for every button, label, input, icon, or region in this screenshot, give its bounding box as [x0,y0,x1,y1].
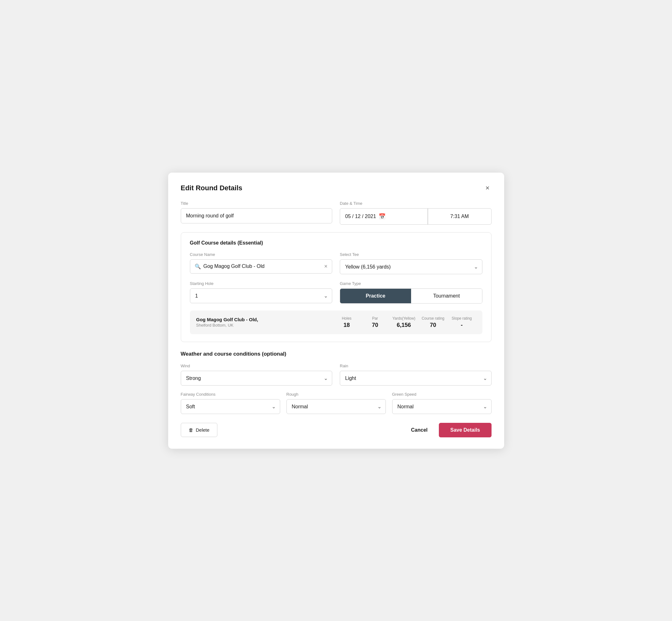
course-name-input-wrap[interactable]: 🔍 × [190,259,333,274]
fairway-rough-green-row: Fairway Conditions Soft Normal Hard Wet … [181,392,492,414]
title-label: Title [181,201,333,206]
date-part[interactable]: 05 / 12 / 2021 📅 [340,209,427,224]
course-info-name: Gog Magog Golf Club - Old, [196,317,333,322]
title-group: Title [181,201,333,225]
time-part[interactable]: 7:31 AM [428,209,491,224]
course-rating-value: 70 [430,322,436,329]
green-speed-group: Green Speed Normal Fast Slow ⌄ [392,392,492,414]
delete-label: Delete [196,427,209,432]
golf-course-section: Golf Course details (Essential) Course N… [181,232,492,342]
modal-title: Edit Round Details [181,184,243,192]
footer-right-buttons: Cancel Save Details [404,423,492,437]
slope-rating-label: Slope rating [452,316,472,321]
title-input[interactable] [181,208,333,223]
rough-select-wrap: Normal Long Short ⌄ [287,399,386,414]
wind-group: Wind Strong Calm Light Moderate ⌄ [181,364,333,385]
select-tee-wrap: Yellow (6,156 yards) White Red ⌄ [340,259,482,274]
wind-dropdown[interactable]: Strong Calm Light Moderate [181,371,333,385]
rain-label: Rain [340,364,492,368]
course-stat-par: Par 70 [361,316,389,329]
hole-gametype-row: Starting Hole 1 10 ⌄ Game Type Practice … [190,281,482,303]
conditions-section: Weather and course conditions (optional)… [181,351,492,414]
rough-group: Rough Normal Long Short ⌄ [287,392,386,414]
course-stat-yards: Yards(Yellow) 6,156 [389,316,419,329]
course-name-group: Course Name 🔍 × [190,252,333,274]
modal-header: Edit Round Details × [181,184,492,192]
cancel-button[interactable]: Cancel [404,423,435,437]
modal-footer: 🗑 Delete Cancel Save Details [181,423,492,437]
datetime-group: Date & Time 05 / 12 / 2021 📅 7:31 AM [340,201,492,225]
edit-round-modal: Edit Round Details × Title Date & Time 0… [168,173,504,449]
holes-value: 18 [344,322,350,329]
course-name-clear-button[interactable]: × [324,263,328,269]
game-type-label: Game Type [340,281,482,286]
rain-group: Rain Light None Heavy Moderate ⌄ [340,364,492,385]
holes-label: Holes [342,316,351,321]
rough-label: Rough [287,392,386,397]
course-info-name-block: Gog Magog Golf Club - Old, Shelford Bott… [196,317,333,328]
time-value: 7:31 AM [450,214,469,219]
yards-label: Yards(Yellow) [392,316,416,321]
fairway-group: Fairway Conditions Soft Normal Hard Wet … [181,392,280,414]
golf-course-section-title: Golf Course details (Essential) [190,240,482,246]
par-value: 70 [372,322,378,329]
wind-rain-row: Wind Strong Calm Light Moderate ⌄ Rain L… [181,364,492,385]
delete-button[interactable]: 🗑 Delete [181,423,217,437]
search-icon: 🔍 [195,263,201,270]
green-speed-dropdown[interactable]: Normal Fast Slow [392,399,492,414]
starting-hole-wrap: 1 10 ⌄ [190,288,333,303]
starting-hole-dropdown[interactable]: 1 10 [190,288,333,303]
course-rating-label: Course rating [421,316,444,321]
green-speed-select-wrap: Normal Fast Slow ⌄ [392,399,492,414]
yards-value: 6,156 [397,322,411,329]
course-info-row: Gog Magog Golf Club - Old, Shelford Bott… [190,310,482,334]
course-stat-slope-rating: Slope rating - [448,316,476,329]
fairway-dropdown[interactable]: Soft Normal Hard Wet [181,399,280,414]
rain-select-wrap: Light None Heavy Moderate ⌄ [340,371,492,385]
trash-icon: 🗑 [189,427,194,432]
course-name-input[interactable] [204,263,322,269]
wind-select-wrap: Strong Calm Light Moderate ⌄ [181,371,333,385]
course-stat-holes: Holes 18 [333,316,361,329]
title-datetime-row: Title Date & Time 05 / 12 / 2021 📅 7:31 … [181,201,492,225]
green-speed-label: Green Speed [392,392,492,397]
game-type-toggle: Practice Tournament [340,288,482,303]
datetime-label: Date & Time [340,201,492,206]
fairway-label: Fairway Conditions [181,392,280,397]
conditions-section-title: Weather and course conditions (optional) [181,351,492,357]
course-tee-row: Course Name 🔍 × Select Tee Yellow (6,156… [190,252,482,274]
course-name-label: Course Name [190,252,333,257]
select-tee-dropdown[interactable]: Yellow (6,156 yards) White Red [340,259,482,274]
practice-button[interactable]: Practice [340,289,411,303]
fairway-select-wrap: Soft Normal Hard Wet ⌄ [181,399,280,414]
calendar-icon: 📅 [379,213,385,220]
par-label: Par [372,316,378,321]
select-tee-group: Select Tee Yellow (6,156 yards) White Re… [340,252,482,274]
course-stat-course-rating: Course rating 70 [418,316,447,329]
course-info-location: Shelford Bottom, UK [196,323,333,328]
game-type-group: Game Type Practice Tournament [340,281,482,303]
slope-rating-value: - [461,322,463,329]
starting-hole-label: Starting Hole [190,281,333,286]
wind-label: Wind [181,364,333,368]
rough-dropdown[interactable]: Normal Long Short [287,399,386,414]
select-tee-label: Select Tee [340,252,482,257]
datetime-input-row: 05 / 12 / 2021 📅 7:31 AM [340,208,492,225]
date-value: 05 / 12 / 2021 [345,214,376,219]
rain-dropdown[interactable]: Light None Heavy Moderate [340,371,492,385]
starting-hole-group: Starting Hole 1 10 ⌄ [190,281,333,303]
save-button[interactable]: Save Details [439,423,491,437]
tournament-button[interactable]: Tournament [411,289,482,303]
close-button[interactable]: × [484,184,492,192]
